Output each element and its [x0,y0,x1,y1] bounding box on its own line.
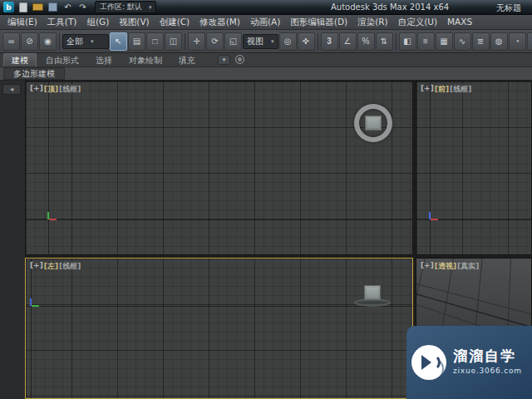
percent-snap-button[interactable]: % [357,32,375,51]
viewport-layout-tab-icon[interactable]: ◂ [2,84,21,95]
select-and-move-button[interactable]: ✛ [188,32,205,51]
schematic-view-button[interactable]: ≣ [472,32,490,51]
viewport-menu-plus[interactable]: [+] [421,261,434,272]
viewport-left-active[interactable]: [+] [左] [线框] [25,258,413,399]
workspace-value: 工作区: 默认 [100,2,142,12]
render-production-button[interactable]: ▣ [527,32,532,51]
title-bar: b ↶ ↷ 工作区: 默认 ▾ Autodesk 3ds Max 2014 x6… [0,0,532,15]
viewcube-top[interactable] [365,116,382,131]
chevron-down-icon: ▾ [149,4,152,11]
viewport-shading-label[interactable]: [线框] [450,84,471,95]
toolbar-separator [185,33,185,50]
ribbon-tab-modeling[interactable]: 建模 [3,53,37,66]
ribbon-tab-selection[interactable]: 选择 [88,54,120,66]
angle-snap-button[interactable]: ∠ [339,32,357,51]
undo-button[interactable]: ↶ [62,2,74,13]
viewport-front[interactable]: [+] [前] [线框] [416,81,532,255]
menu-create[interactable]: 创建(C) [155,15,195,29]
select-object-button[interactable]: ↖ [110,32,127,51]
select-by-name-button[interactable]: ▤ [128,32,145,51]
reference-coordinate-dropdown[interactable]: 视图 ▾ [243,34,278,49]
ribbon-tab-object-paint[interactable]: 对象绘制 [121,54,170,66]
viewport-label: [+] [顶] [线框] [30,84,81,95]
toolbar-separator [59,33,60,50]
select-and-scale-button[interactable]: ◱ [224,32,242,51]
select-and-manipulate-button[interactable]: ✜ [298,32,315,51]
new-file-icon [19,2,27,12]
viewport-shading-label[interactable]: [线框] [59,84,81,95]
viewport-top[interactable]: [+] [顶] [线框] [25,81,413,255]
menu-rendering[interactable]: 渲染(R) [352,15,393,29]
ribbon-tab-bar: 建模 自由形式 选择 对象绘制 填充 ▾ [0,53,532,67]
menu-maxscript[interactable]: MAXS [442,15,477,29]
chevron-down-icon: ▾ [91,38,94,45]
viewport-shading-label[interactable]: [真实] [457,261,479,272]
window-crossing-button[interactable]: ◫ [165,32,182,51]
menu-edit[interactable]: 编辑(E) [2,15,42,29]
menu-tools[interactable]: 工具(T) [42,15,82,29]
watermark-play-icon [411,345,446,380]
watermark-text: 溜溜自学 zixue.3066.com [453,349,522,375]
menu-modifiers[interactable]: 修改器(M) [195,15,245,29]
grid-axis-horizontal [26,306,412,307]
ribbon-tab-freeform[interactable]: 自由形式 [38,54,86,66]
viewport-menu-plus[interactable]: [+] [421,84,434,95]
origin-axis-x [49,219,57,220]
document-title: 无标题 [496,2,521,14]
mirror-button[interactable]: ◧ [399,32,416,51]
menu-animation[interactable]: 动画(A) [245,15,285,29]
viewport-pov-label[interactable]: [顶] [44,84,58,95]
viewport-menu-plus[interactable]: [+] [30,84,43,95]
viewport-label: [+] [透视] [真实] [421,261,479,272]
spinner-snap-button[interactable]: ⇅ [376,32,393,51]
save-file-button[interactable] [47,2,59,13]
viewport-menu-plus[interactable]: [+] [30,261,43,272]
sound-arc-icon [421,357,444,381]
menu-group[interactable]: 组(G) [81,15,114,29]
render-setup-button[interactable]: ◔ [509,32,526,51]
viewport-pov-label[interactable]: [左] [44,261,58,272]
grid-axis-vertical [48,81,49,254]
use-pivot-center-button[interactable]: ◎ [279,32,297,51]
viewport-pov-label[interactable]: [前] [435,84,449,95]
origin-axis-x [431,219,438,220]
select-and-link-button[interactable]: ∞ [2,32,20,51]
folder-icon [32,3,43,11]
menu-customize[interactable]: 自定义(U) [393,15,442,29]
ribbon-collapse-button[interactable]: ▾ [218,55,230,65]
viewport-shading-label[interactable]: [线框] [59,261,81,272]
open-file-button[interactable] [32,2,44,13]
redo-button[interactable]: ↷ [76,2,89,13]
viewport-pov-label[interactable]: [透视] [435,261,456,272]
unlink-selection-button[interactable]: ⊘ [21,32,38,51]
grid-axis-vertical [31,259,32,398]
ribbon-tab-populate[interactable]: 填充 [171,54,203,66]
layer-manager-button[interactable]: ▦ [436,32,453,51]
menu-graph-editors[interactable]: 图形编辑器(D) [285,15,352,29]
select-and-rotate-button[interactable]: ⟳ [206,32,224,51]
watermark-url: zixue.3066.com [453,367,522,375]
watermark-brand: 溜溜自学 [453,349,522,364]
workspace-dropdown[interactable]: 工作区: 默认 ▾ [95,1,156,13]
menu-views[interactable]: 视图(V) [114,15,154,29]
app-title: Autodesk 3ds Max 2014 x64 [331,2,449,12]
ribbon-options-icon[interactable] [235,55,244,64]
selection-region-button[interactable]: □ [146,32,164,51]
material-editor-button[interactable]: ◍ [490,32,508,51]
align-button[interactable]: ≡ [417,32,435,51]
selection-filter-dropdown[interactable]: 全部 ▾ [62,34,109,49]
new-scene-button[interactable] [17,2,29,13]
origin-axis-y [32,305,39,307]
bind-to-space-warp-button[interactable]: ◉ [39,32,57,51]
app-logo-icon[interactable]: b [3,2,14,12]
menu-bar: 编辑(E) 工具(T) 组(G) 视图(V) 创建(C) 修改器(M) 动画(A… [0,15,532,30]
polygon-modeling-panel[interactable]: 多边形建模 [3,67,65,80]
redo-icon: ↷ [79,2,86,13]
main-toolbar: ∞ ⊘ ◉ 全部 ▾ ↖ ▤ □ ◫ ✛ ⟳ ◱ 视图 ▾ ◎ ✜ 3 ∠ % … [0,30,532,53]
viewport-layout-tab-bar[interactable]: ◂ [0,81,26,399]
viewcube-left[interactable] [364,285,381,300]
viewport-label: [+] [前] [线框] [421,84,471,95]
snap-toggle-button[interactable]: 3 [321,32,338,51]
chevron-down-icon: ▾ [271,38,274,45]
curve-editor-button[interactable]: ∿ [454,32,471,51]
